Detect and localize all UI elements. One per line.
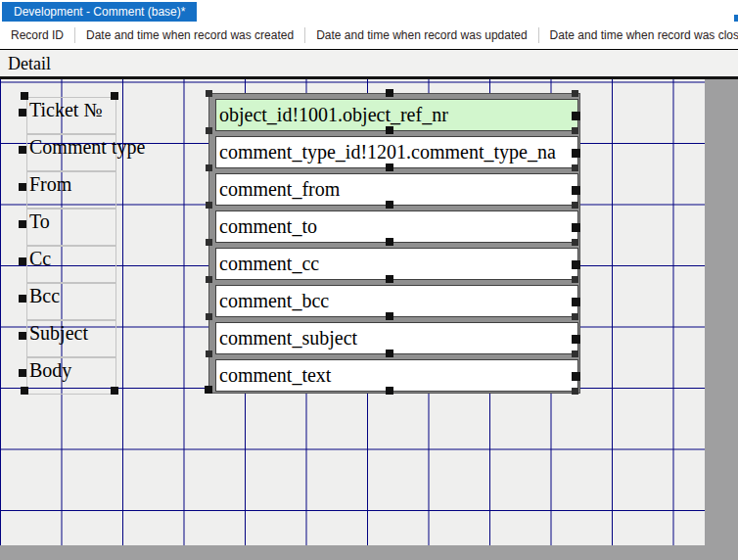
selection-handle[interactable] <box>19 220 26 228</box>
label-control[interactable]: Cc <box>26 246 116 283</box>
selection-handle[interactable] <box>572 223 580 232</box>
selection-handle[interactable] <box>572 127 578 134</box>
selection-handle[interactable] <box>572 298 580 306</box>
field-control[interactable]: comment_cc <box>215 248 578 280</box>
selection-handle[interactable] <box>19 369 26 377</box>
label-control[interactable]: To <box>26 209 116 246</box>
band-title: Detail <box>8 54 51 74</box>
selection-handle[interactable] <box>19 332 26 340</box>
selection-handle[interactable] <box>21 387 28 395</box>
label-control[interactable]: Subject <box>26 320 116 357</box>
selection-handle[interactable] <box>19 257 26 265</box>
field-control[interactable]: comment_to <box>215 210 578 243</box>
selection-handle[interactable] <box>572 260 580 269</box>
label-control[interactable]: From <box>26 171 116 209</box>
toolbar-item-2[interactable]: Date and time when record was created <box>75 28 304 42</box>
field-control[interactable]: comment_bcc <box>215 285 578 317</box>
selection-handle[interactable] <box>572 276 578 283</box>
label-control[interactable]: Comment type <box>26 134 116 171</box>
selection-handle[interactable] <box>206 239 212 246</box>
selection-handle[interactable] <box>572 239 578 246</box>
toolbar-item-3[interactable]: Date and time when record was updated <box>305 28 537 42</box>
label-control[interactable]: Body <box>26 357 116 395</box>
selection-handle[interactable] <box>19 183 26 191</box>
selection-handle[interactable] <box>386 387 393 395</box>
label-text: Comment type <box>29 136 145 159</box>
selection-handle[interactable] <box>386 163 393 171</box>
selection-handle[interactable] <box>572 112 580 120</box>
selection-handle[interactable] <box>386 275 393 283</box>
toolbar-item-4[interactable]: Date and time when record was closed <box>539 28 738 42</box>
selection-handle[interactable] <box>386 126 393 134</box>
selection-handle[interactable] <box>206 90 212 97</box>
selection-handle[interactable] <box>572 202 578 209</box>
selection-handle[interactable] <box>386 89 393 97</box>
selection-handle[interactable] <box>19 295 26 303</box>
toolbar-item-1[interactable]: Record ID <box>0 28 74 42</box>
selection-handle[interactable] <box>572 388 578 395</box>
selection-handle[interactable] <box>206 202 212 209</box>
selection-handle[interactable] <box>572 90 578 97</box>
label-control[interactable]: Bcc <box>26 283 116 320</box>
selection-handle[interactable] <box>386 350 393 357</box>
selection-handle[interactable] <box>386 201 393 209</box>
selection-handle[interactable] <box>572 149 580 158</box>
selection-handle[interactable] <box>572 313 578 320</box>
field-control[interactable]: object_id!1001.object_ref_nr <box>215 99 578 131</box>
label-text: Cc <box>29 248 51 270</box>
label-control[interactable]: Ticket № <box>26 97 116 134</box>
selection-handle[interactable] <box>572 335 580 344</box>
selection-handle[interactable] <box>206 276 212 283</box>
vertical-scrollbar[interactable] <box>705 79 738 560</box>
selection-handle[interactable] <box>572 372 580 381</box>
label-text: Subject <box>29 322 88 345</box>
designer-window: Development - Comment (base)* Record IDD… <box>0 0 738 560</box>
selection-handle[interactable] <box>206 350 212 357</box>
selection-handle[interactable] <box>206 127 212 134</box>
selection-handle[interactable] <box>111 92 118 100</box>
field-control[interactable]: comment_from <box>215 173 578 206</box>
selection-handle[interactable] <box>111 387 118 395</box>
next-tab-edge[interactable] <box>734 15 738 22</box>
label-text: Bcc <box>29 285 60 307</box>
selection-handle[interactable] <box>206 164 212 171</box>
selection-handle[interactable] <box>21 92 28 100</box>
field-control[interactable]: comment_type_id!1201.comment_type_na <box>215 136 578 168</box>
label-text: To <box>29 210 50 233</box>
label-text: Body <box>29 359 71 382</box>
design-surface[interactable]: object_id!1001.object_ref_nrcomment_type… <box>0 79 705 545</box>
selection-handle[interactable] <box>19 146 26 154</box>
selection-handle[interactable] <box>19 109 26 117</box>
field-control[interactable]: comment_subject <box>215 322 578 354</box>
band-header[interactable]: Detail <box>0 50 738 79</box>
field-group[interactable]: object_id!1001.object_ref_nrcomment_type… <box>208 93 580 394</box>
selection-handle[interactable] <box>386 312 393 320</box>
document-tab-bar: Development - Comment (base)* <box>0 0 738 22</box>
selection-handle[interactable] <box>572 164 578 171</box>
selection-handle[interactable] <box>572 186 580 195</box>
selection-handle[interactable] <box>206 313 212 320</box>
selection-handle[interactable] <box>572 350 578 357</box>
horizontal-scrollbar[interactable] <box>0 545 738 560</box>
label-text: From <box>29 173 71 196</box>
field-control[interactable]: comment_text <box>215 359 578 392</box>
selection-handle[interactable] <box>386 238 393 246</box>
document-tab[interactable]: Development - Comment (base)* <box>2 2 197 22</box>
field-toolbar: Record IDDate and time when record was c… <box>0 22 738 50</box>
selection-handle[interactable] <box>205 386 212 394</box>
label-text: Ticket № <box>29 99 102 121</box>
